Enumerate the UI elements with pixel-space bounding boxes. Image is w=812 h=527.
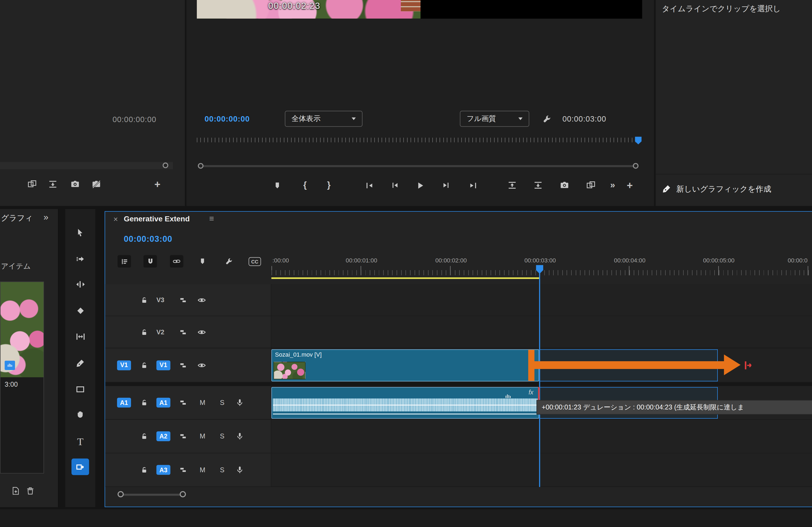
pen-tool[interactable]	[71, 355, 89, 372]
drag-audio-icon[interactable]	[47, 178, 59, 190]
add-marker-icon[interactable]	[196, 255, 209, 268]
go-to-out-icon[interactable]	[466, 178, 480, 192]
track-output-eye-icon[interactable]	[197, 361, 206, 370]
panel-overflow-chevron[interactable]: »	[44, 212, 48, 223]
sync-lock-icon[interactable]	[179, 296, 187, 304]
project-item[interactable]: 3:00	[0, 282, 44, 473]
solo-button[interactable]: S	[219, 466, 226, 474]
mute-button[interactable]: M	[199, 466, 206, 474]
track-content[interactable]	[272, 316, 812, 348]
new-item-icon[interactable]	[10, 484, 22, 497]
playback-quality-dropdown[interactable]: フル画質	[460, 111, 529, 127]
sync-lock-icon[interactable]	[179, 432, 187, 440]
comparison-view-icon[interactable]	[584, 178, 597, 192]
sync-lock-icon[interactable]	[179, 399, 187, 407]
sequence-tab-title[interactable]: Generative Extend	[124, 215, 190, 223]
timeline-playhead-timecode[interactable]: 00:00:03:00	[124, 235, 172, 244]
track-target-badge[interactable]: A3	[156, 465, 170, 475]
playhead-line[interactable]	[539, 273, 540, 487]
solo-button[interactable]: S	[219, 432, 226, 440]
sync-lock-icon[interactable]	[179, 361, 187, 369]
button-editor-icon[interactable]: +	[623, 178, 636, 192]
rectangle-tool[interactable]	[71, 381, 89, 397]
video-clip[interactable]: Sozai_01.mov [V] fx	[272, 349, 539, 381]
snap-magnet-icon[interactable]	[143, 255, 157, 268]
go-to-in-icon[interactable]	[362, 178, 376, 192]
track-lock-icon[interactable]	[141, 399, 148, 407]
nest-toggle-icon[interactable]	[118, 255, 131, 268]
step-forward-icon[interactable]	[439, 178, 452, 192]
zoom-handle-right[interactable]	[633, 163, 639, 169]
program-playhead-marker[interactable]	[635, 137, 641, 144]
timeline-zoom-handle-left[interactable]	[118, 491, 124, 497]
mark-in-icon[interactable]: {	[298, 178, 312, 192]
track-name[interactable]: V2	[156, 328, 164, 336]
track-lock-icon[interactable]	[141, 432, 148, 440]
voiceover-mic-icon[interactable]	[236, 398, 244, 407]
slip-tool[interactable]	[71, 328, 89, 345]
timeline-zoom-handle-right[interactable]	[180, 491, 186, 497]
track-output-eye-icon[interactable]	[197, 296, 206, 304]
track-lock-icon[interactable]	[141, 296, 148, 304]
mute-button[interactable]: M	[199, 399, 206, 407]
new-graphic-button[interactable]: 新しいグラフィックを作成	[662, 181, 771, 197]
export-frame-icon[interactable]	[69, 178, 81, 190]
sync-lock-icon[interactable]	[179, 466, 187, 474]
program-current-timecode[interactable]: 00:00:00:00	[205, 114, 250, 123]
type-tool[interactable]: T	[71, 433, 89, 450]
play-icon[interactable]	[413, 178, 427, 192]
generative-extend-tool[interactable]	[71, 458, 89, 475]
export-frame-icon[interactable]	[558, 178, 571, 192]
add-marker-icon[interactable]	[271, 178, 284, 192]
track-lock-icon[interactable]	[141, 361, 148, 369]
solo-button[interactable]: S	[219, 399, 226, 407]
track-target-badge[interactable]: A2	[156, 431, 170, 441]
selection-tool[interactable]	[71, 225, 89, 241]
camera-off-icon[interactable]	[90, 178, 103, 190]
tab-graphics[interactable]: グラフィ	[1, 213, 33, 223]
add-button[interactable]: +	[151, 178, 163, 190]
timeline-zoom-scrollbar[interactable]	[120, 494, 183, 496]
track-output-eye-icon[interactable]	[197, 328, 206, 336]
trash-icon[interactable]	[24, 484, 36, 497]
zoom-handle-left[interactable]	[198, 163, 204, 169]
ripple-edit-tool[interactable]	[71, 276, 89, 292]
captions-toggle[interactable]: CC	[248, 255, 262, 268]
track-content[interactable]	[272, 453, 812, 486]
timeline-settings-wrench-icon[interactable]	[222, 255, 235, 268]
source-scrollbar-handle[interactable]	[163, 163, 168, 168]
panel-menu-icon[interactable]: ≡	[209, 214, 214, 224]
drag-video-icon[interactable]	[26, 178, 38, 190]
sync-lock-icon[interactable]	[179, 328, 187, 336]
voiceover-mic-icon[interactable]	[236, 432, 244, 440]
close-tab-icon[interactable]: ×	[113, 215, 118, 224]
track-lock-icon[interactable]	[141, 466, 148, 474]
hand-tool[interactable]	[71, 406, 89, 423]
step-back-icon[interactable]	[388, 178, 402, 192]
source-patch-badge[interactable]: A1	[117, 398, 131, 408]
timeline-ruler[interactable]: :00:00 00:00:01:00 00:00:02:00 00:00:03:…	[272, 257, 812, 266]
video-audio-divider[interactable]	[105, 382, 812, 386]
source-patch-badge[interactable]: V1	[117, 360, 131, 370]
linked-selection-icon[interactable]	[170, 255, 184, 268]
track-target-badge[interactable]: A1	[156, 398, 170, 408]
track-select-forward-tool[interactable]	[71, 250, 89, 267]
razor-tool[interactable]	[71, 302, 89, 319]
lift-icon[interactable]	[505, 178, 519, 192]
program-mini-timeline[interactable]	[197, 137, 642, 145]
fx-badge[interactable]: fx	[528, 389, 533, 396]
settings-wrench-icon[interactable]	[540, 113, 553, 125]
mark-out-icon[interactable]: }	[322, 178, 336, 192]
voiceover-mic-icon[interactable]	[236, 466, 244, 474]
audio-clip[interactable]: fx	[272, 387, 539, 419]
extract-icon[interactable]	[532, 178, 545, 192]
more-buttons-icon[interactable]: »	[606, 178, 619, 192]
track-content[interactable]	[272, 420, 812, 453]
track-name[interactable]: V3	[156, 296, 164, 303]
mute-button[interactable]: M	[199, 432, 206, 440]
track-content[interactable]	[272, 284, 812, 316]
zoom-level-dropdown[interactable]: 全体表示	[285, 111, 362, 127]
track-lock-icon[interactable]	[141, 328, 148, 336]
track-target-badge[interactable]: V1	[156, 360, 170, 370]
source-scrollbar[interactable]	[0, 162, 173, 169]
